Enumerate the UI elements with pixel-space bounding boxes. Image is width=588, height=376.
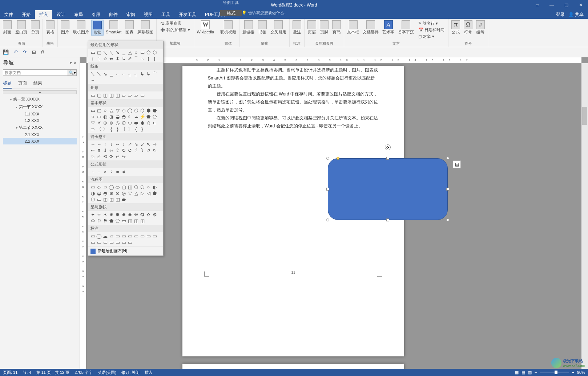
status-track-changes[interactable]: 修订: 关闭 [121,370,140,375]
shape-item[interactable]: 〔 [121,126,127,132]
shape-item[interactable]: ⬀ [145,147,152,154]
shape-item[interactable]: ⌢ [90,77,96,83]
shape-item[interactable]: ⚐ [96,218,102,224]
shape-item[interactable]: } [152,56,158,62]
shape-item[interactable]: ⬌ [108,56,114,62]
tab-dev[interactable]: 开发工具 [174,10,201,19]
resize-handle[interactable] [326,157,329,160]
comment-button[interactable]: 批注 [291,20,303,35]
shape-item[interactable]: △ [127,49,133,56]
new-canvas-item[interactable]: 新建绘图画布(N) [88,246,163,256]
shape-item[interactable]: ◫ [133,218,139,224]
shape-item[interactable]: ⟳ [108,154,114,160]
shape-item[interactable]: ↻ [121,147,127,154]
shape-item[interactable]: ◑ [108,114,114,120]
shape-item[interactable]: { [145,56,152,62]
tab-home[interactable]: 开始 [17,10,35,19]
shape-item[interactable]: ← [96,141,102,147]
shape-item[interactable]: ┐ [127,71,133,77]
shape-item[interactable]: ⬟ [152,190,158,196]
shape-item[interactable]: ◎ [121,190,127,196]
shape-item[interactable]: ✹ [121,212,127,218]
picture-button[interactable]: 图片 [59,20,71,36]
shape-item[interactable]: ◓ [121,114,127,120]
shape-item[interactable]: ○ [102,107,108,114]
resize-handle[interactable] [446,157,449,160]
shape-item[interactable]: ⬮ [139,120,145,126]
ribbon-display-icon[interactable]: ▭ [530,0,544,10]
shape-item[interactable]: − [96,169,102,175]
shape-item[interactable]: ○ [145,184,152,190]
shape-item[interactable]: ≠ [121,169,127,175]
redo-icon[interactable]: ↷ [23,49,27,55]
paragraph[interactable]: 主题和样式也有助于文档保持协调。当您单击设计并选择新的主题时，图片、图表或 Sm… [208,66,379,90]
tab-review[interactable]: 审阅 [122,10,140,19]
shape-item[interactable]: ↘ [102,71,108,77]
shape-item[interactable]: ⬬ [133,120,139,126]
shape-item[interactable]: ▢ [96,92,102,98]
shape-item[interactable]: ⌒ [133,56,139,62]
shape-item[interactable]: ✶ [102,212,108,218]
shape-item[interactable]: ＼ [90,71,96,77]
shape-item[interactable]: ▽ [127,190,133,196]
shape-item[interactable]: ⚙ [152,212,158,218]
shape-item[interactable]: △ [108,107,114,114]
shape-item[interactable]: ⇓ [102,147,108,154]
shape-item[interactable]: ⊂ [152,120,158,126]
shape-item[interactable]: ▭ [114,233,121,239]
zoom-slider[interactable] [540,372,569,373]
shape-item[interactable]: ▭ [139,92,145,98]
shape-item[interactable]: ⊗ [114,190,121,196]
quick-parts-button[interactable]: 文档部件 [361,20,380,40]
save-icon[interactable]: 💾 [3,49,9,55]
shape-item[interactable]: ✧ [96,212,102,218]
shape-item[interactable]: ◫ [139,218,145,224]
shape-item[interactable]: } [96,56,102,62]
shape-item[interactable]: ☁ [102,233,108,239]
tab-insert[interactable]: 插入 [35,10,52,19]
shape-item[interactable]: ▭ [127,239,133,245]
tab-references[interactable]: 引用 [87,10,105,19]
shape-item[interactable]: ▢ [96,49,102,56]
shape-item[interactable]: ✪ [139,212,145,218]
nav-heading-s2-1[interactable]: 2.1 XXX [3,131,77,138]
status-insert-mode[interactable]: 插入 [145,370,153,375]
number-button[interactable]: #编号 [475,20,486,35]
document-page-next[interactable] [182,364,404,369]
shape-item[interactable]: ✺ [127,212,133,218]
paragraph[interactable]: 使用在需要位置出现的新按钮在 Word 中保存时间。若要更改图片适应文档的方式，… [208,90,379,114]
cross-ref-button[interactable]: 交叉引用 [269,20,288,35]
shape-item[interactable]: ✫ [145,212,152,218]
shape-item[interactable]: ◫ [102,92,108,98]
qat-icon[interactable]: ⎙ [41,49,44,55]
resize-handle[interactable] [326,188,329,191]
shape-item[interactable]: ✸ [114,212,121,218]
shape-item[interactable]: ▭ [114,239,121,245]
tell-me-search[interactable]: 告诉我您想要做什么... [242,10,287,16]
shape-item[interactable]: ◐ [102,114,108,120]
shape-item[interactable]: ↳ [121,56,127,62]
shape-item[interactable]: } [139,126,145,132]
shape-item[interactable]: { [108,126,114,132]
resize-handle[interactable] [446,218,449,221]
shape-item[interactable]: ◒ [114,114,121,120]
shape-item[interactable]: ✦ [90,212,96,218]
paragraph[interactable]: 在新的阅读视图中阅读更加容易。可以折叠文档某些部分并关注所需文本。如果在达到结尾… [208,114,379,130]
shape-item[interactable]: ▭ [90,49,96,56]
shape-item[interactable]: ↑ [102,141,108,147]
shape-item[interactable]: ⤴ [133,147,139,154]
page-number-button[interactable]: 页码 [331,20,342,35]
vertical-ruler[interactable]: 17 18 19 20 21 22 23 24 25 26 27 [80,63,86,369]
shapes-button[interactable]: 形状 [91,20,104,36]
shape-item[interactable]: ☆ [102,56,108,62]
shape-item[interactable]: ☾ [127,114,133,120]
shape-item[interactable]: ▭ [90,233,96,239]
nav-search-button[interactable]: 🔍▾ [68,69,77,76]
shape-item[interactable]: ↩ [114,154,121,160]
shape-item[interactable]: → [90,141,96,147]
shape-item[interactable]: ○ [133,49,139,56]
adjust-handle[interactable] [337,157,339,160]
status-section[interactable]: 节: 4 [23,370,31,375]
shape-item[interactable]: ⬯ [145,120,152,126]
shape-item[interactable]: ▭ [139,233,145,239]
